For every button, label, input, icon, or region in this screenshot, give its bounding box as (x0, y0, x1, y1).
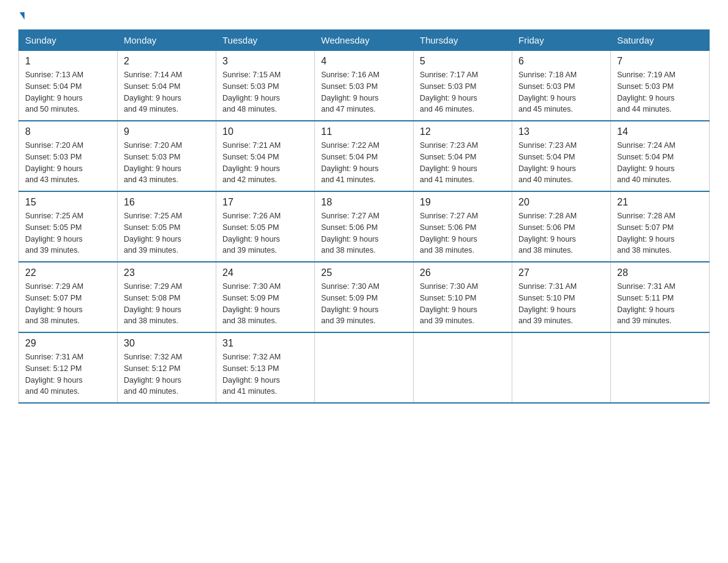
day-number: 3 (222, 56, 308, 67)
day-info: Sunrise: 7:21 AMSunset: 5:04 PMDaylight:… (222, 140, 308, 186)
day-info: Sunrise: 7:30 AMSunset: 5:09 PMDaylight:… (222, 281, 308, 327)
day-info: Sunrise: 7:31 AMSunset: 5:11 PMDaylight:… (617, 281, 703, 327)
calendar-day-cell: 10Sunrise: 7:21 AMSunset: 5:04 PMDayligh… (216, 121, 315, 191)
day-number: 22 (25, 267, 111, 278)
day-info: Sunrise: 7:32 AMSunset: 5:13 PMDaylight:… (222, 351, 308, 397)
calendar-day-cell: 7Sunrise: 7:19 AMSunset: 5:03 PMDaylight… (611, 51, 710, 121)
day-number: 1 (25, 56, 111, 67)
day-header-sunday: Sunday (19, 30, 118, 51)
day-info: Sunrise: 7:28 AMSunset: 5:06 PMDaylight:… (518, 210, 604, 256)
day-info: Sunrise: 7:25 AMSunset: 5:05 PMDaylight:… (25, 210, 111, 256)
day-info: Sunrise: 7:25 AMSunset: 5:05 PMDaylight:… (124, 210, 210, 256)
calendar-day-cell: 23Sunrise: 7:29 AMSunset: 5:08 PMDayligh… (118, 262, 216, 332)
day-header-monday: Monday (118, 30, 216, 51)
day-info: Sunrise: 7:15 AMSunset: 5:03 PMDaylight:… (222, 69, 308, 115)
day-number: 26 (420, 267, 506, 278)
calendar-day-cell: 15Sunrise: 7:25 AMSunset: 5:05 PMDayligh… (19, 191, 118, 262)
calendar-day-cell: 31Sunrise: 7:32 AMSunset: 5:13 PMDayligh… (216, 332, 315, 403)
calendar-day-cell: 30Sunrise: 7:32 AMSunset: 5:12 PMDayligh… (118, 332, 216, 403)
day-number: 12 (420, 126, 506, 137)
day-header-saturday: Saturday (611, 30, 710, 51)
day-info: Sunrise: 7:23 AMSunset: 5:04 PMDaylight:… (420, 140, 506, 186)
calendar-week-row: 29Sunrise: 7:31 AMSunset: 5:12 PMDayligh… (19, 332, 710, 403)
day-number: 24 (222, 267, 308, 278)
calendar-day-cell: 28Sunrise: 7:31 AMSunset: 5:11 PMDayligh… (611, 262, 710, 332)
calendar-day-cell: 2Sunrise: 7:14 AMSunset: 5:04 PMDaylight… (118, 51, 216, 121)
day-info: Sunrise: 7:23 AMSunset: 5:04 PMDaylight:… (518, 140, 604, 186)
calendar-day-cell: 13Sunrise: 7:23 AMSunset: 5:04 PMDayligh… (512, 121, 611, 191)
day-number: 21 (617, 197, 703, 208)
day-number: 25 (321, 267, 407, 278)
page-header (18, 12, 710, 20)
day-info: Sunrise: 7:30 AMSunset: 5:09 PMDaylight:… (321, 281, 407, 327)
day-info: Sunrise: 7:20 AMSunset: 5:03 PMDaylight:… (25, 140, 111, 186)
day-number: 23 (124, 267, 210, 278)
calendar-day-cell: 9Sunrise: 7:20 AMSunset: 5:03 PMDaylight… (118, 121, 216, 191)
calendar-day-cell (611, 332, 710, 403)
day-header-thursday: Thursday (414, 30, 512, 51)
day-header-tuesday: Tuesday (216, 30, 315, 51)
calendar-day-cell: 11Sunrise: 7:22 AMSunset: 5:04 PMDayligh… (315, 121, 414, 191)
calendar-day-cell: 22Sunrise: 7:29 AMSunset: 5:07 PMDayligh… (19, 262, 118, 332)
day-info: Sunrise: 7:29 AMSunset: 5:08 PMDaylight:… (124, 281, 210, 327)
day-info: Sunrise: 7:13 AMSunset: 5:04 PMDaylight:… (25, 69, 111, 115)
day-number: 8 (25, 126, 111, 137)
day-info: Sunrise: 7:31 AMSunset: 5:10 PMDaylight:… (518, 281, 604, 327)
day-number: 9 (124, 126, 210, 137)
day-number: 11 (321, 126, 407, 137)
day-number: 31 (222, 338, 308, 349)
calendar-week-row: 8Sunrise: 7:20 AMSunset: 5:03 PMDaylight… (19, 121, 710, 191)
calendar-day-cell: 12Sunrise: 7:23 AMSunset: 5:04 PMDayligh… (414, 121, 512, 191)
day-number: 27 (518, 267, 604, 278)
calendar-day-cell: 29Sunrise: 7:31 AMSunset: 5:12 PMDayligh… (19, 332, 118, 403)
calendar-body: 1Sunrise: 7:13 AMSunset: 5:04 PMDaylight… (19, 51, 710, 404)
day-info: Sunrise: 7:17 AMSunset: 5:03 PMDaylight:… (420, 69, 506, 115)
day-number: 10 (222, 126, 308, 137)
calendar-day-cell: 16Sunrise: 7:25 AMSunset: 5:05 PMDayligh… (118, 191, 216, 262)
day-header-friday: Friday (512, 30, 611, 51)
day-number: 30 (124, 338, 210, 349)
calendar-day-cell: 21Sunrise: 7:28 AMSunset: 5:07 PMDayligh… (611, 191, 710, 262)
logo-triangle-icon (20, 12, 25, 20)
day-info: Sunrise: 7:16 AMSunset: 5:03 PMDaylight:… (321, 69, 407, 115)
day-header-wednesday: Wednesday (315, 30, 414, 51)
day-info: Sunrise: 7:22 AMSunset: 5:04 PMDaylight:… (321, 140, 407, 186)
calendar-day-cell: 3Sunrise: 7:15 AMSunset: 5:03 PMDaylight… (216, 51, 315, 121)
day-number: 7 (617, 56, 703, 67)
day-info: Sunrise: 7:14 AMSunset: 5:04 PMDaylight:… (124, 69, 210, 115)
calendar-week-row: 15Sunrise: 7:25 AMSunset: 5:05 PMDayligh… (19, 191, 710, 262)
calendar-day-cell: 19Sunrise: 7:27 AMSunset: 5:06 PMDayligh… (414, 191, 512, 262)
day-info: Sunrise: 7:30 AMSunset: 5:10 PMDaylight:… (420, 281, 506, 327)
day-number: 29 (25, 338, 111, 349)
calendar-day-cell (512, 332, 611, 403)
day-number: 16 (124, 197, 210, 208)
calendar-day-cell: 26Sunrise: 7:30 AMSunset: 5:10 PMDayligh… (414, 262, 512, 332)
day-number: 20 (518, 197, 604, 208)
day-info: Sunrise: 7:20 AMSunset: 5:03 PMDaylight:… (124, 140, 210, 186)
calendar-day-cell: 20Sunrise: 7:28 AMSunset: 5:06 PMDayligh… (512, 191, 611, 262)
calendar-day-cell: 27Sunrise: 7:31 AMSunset: 5:10 PMDayligh… (512, 262, 611, 332)
day-info: Sunrise: 7:31 AMSunset: 5:12 PMDaylight:… (25, 351, 111, 397)
day-number: 5 (420, 56, 506, 67)
day-info: Sunrise: 7:19 AMSunset: 5:03 PMDaylight:… (617, 69, 703, 115)
calendar-day-cell: 17Sunrise: 7:26 AMSunset: 5:05 PMDayligh… (216, 191, 315, 262)
day-number: 13 (518, 126, 604, 137)
day-number: 17 (222, 197, 308, 208)
day-number: 4 (321, 56, 407, 67)
day-number: 18 (321, 197, 407, 208)
day-info: Sunrise: 7:24 AMSunset: 5:04 PMDaylight:… (617, 140, 703, 186)
calendar-day-cell: 18Sunrise: 7:27 AMSunset: 5:06 PMDayligh… (315, 191, 414, 262)
calendar-day-cell: 25Sunrise: 7:30 AMSunset: 5:09 PMDayligh… (315, 262, 414, 332)
day-info: Sunrise: 7:26 AMSunset: 5:05 PMDaylight:… (222, 210, 308, 256)
calendar-week-row: 22Sunrise: 7:29 AMSunset: 5:07 PMDayligh… (19, 262, 710, 332)
day-header-row: SundayMondayTuesdayWednesdayThursdayFrid… (19, 30, 710, 51)
calendar-table: SundayMondayTuesdayWednesdayThursdayFrid… (18, 29, 710, 404)
calendar-day-cell: 14Sunrise: 7:24 AMSunset: 5:04 PMDayligh… (611, 121, 710, 191)
day-number: 28 (617, 267, 703, 278)
calendar-day-cell: 5Sunrise: 7:17 AMSunset: 5:03 PMDaylight… (414, 51, 512, 121)
calendar-day-cell (315, 332, 414, 403)
calendar-week-row: 1Sunrise: 7:13 AMSunset: 5:04 PMDaylight… (19, 51, 710, 121)
day-number: 14 (617, 126, 703, 137)
day-info: Sunrise: 7:27 AMSunset: 5:06 PMDaylight:… (321, 210, 407, 256)
calendar-day-cell: 1Sunrise: 7:13 AMSunset: 5:04 PMDaylight… (19, 51, 118, 121)
